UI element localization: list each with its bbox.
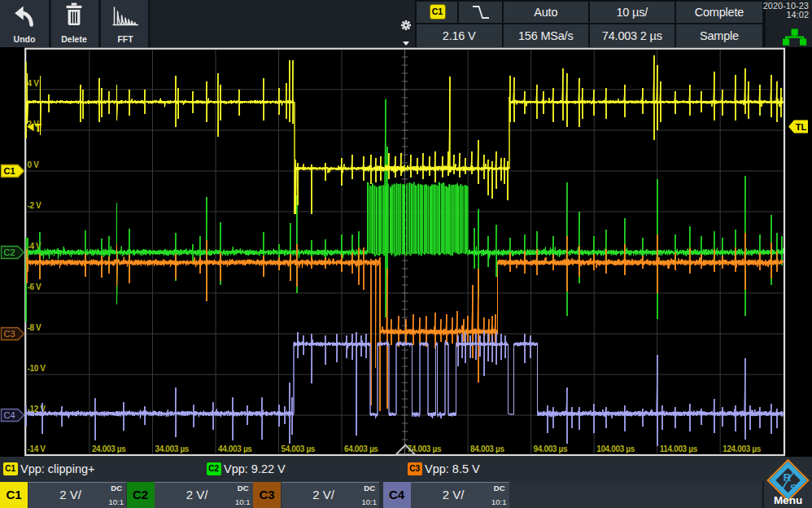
svg-text:C1: C1 (3, 166, 15, 176)
svg-text:C4: C4 (3, 410, 15, 420)
svg-text:0 V: 0 V (28, 160, 40, 169)
svg-text:C3: C3 (3, 329, 15, 339)
svg-text:84.003 µs: 84.003 µs (470, 444, 504, 453)
svg-text:64.003 µs: 64.003 µs (344, 444, 378, 453)
svg-text:-6 V: -6 V (28, 282, 42, 291)
svg-text:124.003 µs: 124.003 µs (723, 444, 762, 453)
svg-text:114.003 µs: 114.003 µs (660, 444, 698, 453)
svg-text:S: S (790, 482, 797, 494)
svg-text:-14 V: -14 V (28, 444, 46, 453)
svg-text:TL: TL (796, 122, 807, 132)
svg-text:24.003 µs: 24.003 µs (92, 444, 126, 453)
svg-text:-10 V: -10 V (28, 364, 46, 373)
svg-text:104.003 µs: 104.003 µs (596, 444, 635, 453)
svg-text:44.003 µs: 44.003 µs (218, 444, 252, 453)
svg-text:-8 V: -8 V (28, 323, 42, 332)
svg-text:54.003 µs: 54.003 µs (282, 444, 316, 453)
svg-text:T: T (35, 121, 42, 134)
svg-text:4 V: 4 V (28, 79, 40, 88)
svg-text:-2 V: -2 V (28, 201, 42, 210)
svg-text:34.003 µs: 34.003 µs (155, 444, 190, 453)
svg-text:C2: C2 (3, 247, 15, 257)
svg-text:94.003 µs: 94.003 µs (534, 444, 568, 453)
